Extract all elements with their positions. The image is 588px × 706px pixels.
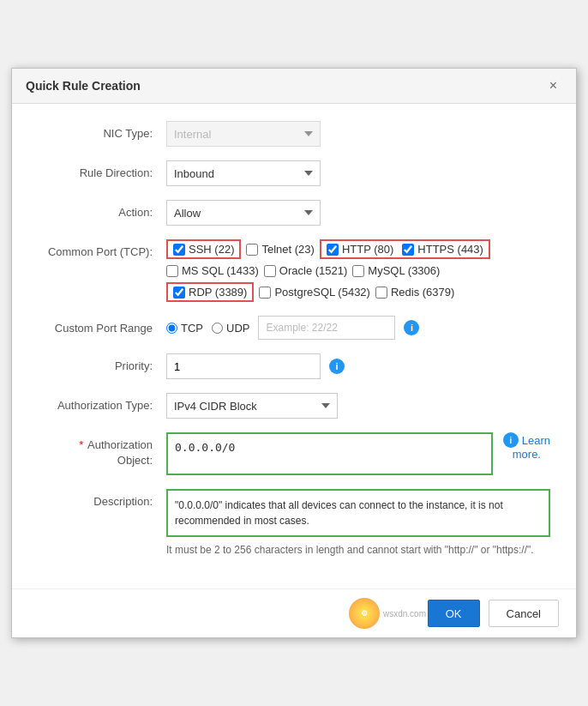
action-control: Allow Deny: [166, 200, 550, 226]
mysql-label: MySQL (3306): [368, 264, 440, 277]
description-box: "0.0.0.0/0" indicates that all devices c…: [166, 489, 550, 537]
watermark-logo-text: ⚙: [361, 609, 368, 618]
rdp-port-item: RDP (3389): [173, 286, 247, 299]
custom-port-row: Custom Port Range TCP UDP i: [38, 316, 550, 340]
ssh-checkbox[interactable]: [173, 244, 185, 256]
udp-radio[interactable]: [212, 323, 223, 334]
postgresql-port-item: PostgreSQL (5432): [259, 286, 370, 299]
https-label: HTTPS (443): [417, 243, 483, 256]
nic-type-control: Internal: [166, 121, 550, 147]
custom-port-label: Custom Port Range: [38, 316, 166, 336]
http-https-highlight: HTTP (80) HTTPS (443): [320, 239, 490, 259]
common-ports-row: Common Port (TCP): SSH (22) Telnet (23): [38, 239, 550, 302]
auth-object-control: 0.0.0.0/0 i Learn more.: [166, 432, 550, 475]
redis-checkbox[interactable]: [375, 287, 387, 299]
nic-type-select[interactable]: Internal: [166, 121, 321, 147]
description-helper: It must be 2 to 256 characters in length…: [166, 542, 550, 558]
udp-radio-item[interactable]: UDP: [212, 322, 249, 335]
postgresql-checkbox[interactable]: [259, 287, 271, 299]
priority-info-icon[interactable]: i: [329, 359, 345, 374]
mssql-label: MS SQL (1433): [182, 264, 259, 277]
priority-label: Priority:: [38, 353, 166, 374]
udp-label: UDP: [226, 322, 249, 335]
auth-object-label: * AuthorizationObject:: [38, 432, 166, 468]
tcp-radio[interactable]: [166, 323, 177, 334]
action-select[interactable]: Allow Deny: [166, 200, 321, 226]
description-row: Description: "0.0.0.0/0" indicates that …: [38, 489, 550, 558]
close-button[interactable]: ×: [544, 77, 562, 94]
telnet-checkbox[interactable]: [246, 244, 258, 256]
dialog-header: Quick Rule Creation ×: [12, 69, 576, 104]
rule-direction-select[interactable]: Inbound Outbound: [166, 160, 321, 186]
action-row: Action: Allow Deny: [38, 200, 550, 226]
postgresql-label: PostgreSQL (5432): [274, 286, 370, 299]
rdp-checkbox[interactable]: [173, 287, 185, 299]
mysql-port-item: MySQL (3306): [352, 264, 440, 277]
auth-object-input[interactable]: 0.0.0.0/0: [166, 432, 493, 475]
redis-label: Redis (6379): [391, 286, 454, 299]
auth-object-row: * AuthorizationObject: 0.0.0.0/0 i Learn…: [38, 432, 550, 475]
auth-type-label: Authorization Type:: [38, 393, 166, 413]
quick-rule-creation-dialog: Quick Rule Creation × NIC Type: Internal…: [11, 68, 577, 638]
auth-type-control: IPv4 CIDR Block IPv6 CIDR Block Security…: [166, 393, 550, 419]
learn-more-link[interactable]: i Learn more.: [503, 432, 550, 461]
learn-info: i Learn: [503, 432, 550, 448]
learn-text: Learn: [522, 434, 550, 447]
description-label: Description:: [38, 489, 166, 510]
telnet-label: Telnet (23): [261, 243, 314, 256]
rule-direction-label: Rule Direction:: [38, 160, 166, 181]
dialog-title: Quick Rule Creation: [26, 79, 141, 93]
port-row-2: MS SQL (1433) Oracle (1521) MySQL (3306): [166, 264, 550, 277]
nic-type-label: NIC Type:: [38, 121, 166, 142]
tcp-radio-item[interactable]: TCP: [166, 322, 203, 335]
rdp-label: RDP (3389): [189, 286, 247, 299]
rule-direction-control: Inbound Outbound: [166, 160, 550, 186]
rdp-highlight: RDP (3389): [166, 282, 254, 302]
mssql-checkbox[interactable]: [166, 265, 178, 277]
priority-row: Priority: i: [38, 353, 550, 379]
ok-button[interactable]: OK: [428, 600, 480, 627]
auth-type-row: Authorization Type: IPv4 CIDR Block IPv6…: [38, 393, 550, 419]
http-checkbox[interactable]: [327, 244, 339, 256]
dialog-body: NIC Type: Internal Rule Direction: Inbou…: [12, 104, 576, 588]
custom-port-control: TCP UDP i: [166, 316, 550, 340]
http-port-item: HTTP (80): [327, 243, 393, 256]
dialog-footer: ⚙ wsxdn.com OK Cancel: [12, 588, 576, 637]
mssql-port-item: MS SQL (1433): [166, 264, 259, 277]
ssh-port-item: SSH (22): [173, 243, 234, 256]
redis-port-item: Redis (6379): [375, 286, 454, 299]
watermark-text: wsxdn.com: [383, 609, 426, 619]
common-ports-control: SSH (22) Telnet (23) HTTP (80): [166, 239, 550, 302]
nic-type-row: NIC Type: Internal: [38, 121, 550, 147]
oracle-label: Oracle (1521): [279, 264, 347, 277]
port-row-1: SSH (22) Telnet (23) HTTP (80): [166, 239, 550, 259]
priority-control: i: [166, 353, 550, 379]
auth-object-label-text: AuthorizationObject:: [87, 438, 153, 467]
custom-port-info-icon[interactable]: i: [404, 320, 419, 335]
more-text: more.: [513, 448, 541, 461]
oracle-checkbox[interactable]: [264, 265, 276, 277]
cancel-button[interactable]: Cancel: [489, 600, 559, 627]
priority-input[interactable]: [166, 353, 321, 379]
watermark-logo: ⚙: [349, 598, 380, 629]
oracle-port-item: Oracle (1521): [264, 264, 347, 277]
ssh-label: SSH (22): [189, 243, 234, 256]
telnet-port-item: Telnet (23): [246, 243, 314, 256]
ssh-highlight: SSH (22): [166, 239, 241, 259]
action-label: Action:: [38, 200, 166, 220]
auth-type-select[interactable]: IPv4 CIDR Block IPv6 CIDR Block Security…: [166, 393, 338, 419]
required-marker: *: [79, 438, 83, 451]
http-label: HTTP (80): [342, 243, 393, 256]
https-port-item: HTTPS (443): [402, 243, 483, 256]
protocol-radio-group: TCP UDP: [166, 322, 249, 335]
https-checkbox[interactable]: [402, 244, 414, 256]
learn-info-icon: i: [503, 432, 519, 448]
port-row-3: RDP (3389) PostgreSQL (5432) Redis (6379…: [166, 282, 550, 302]
custom-port-input[interactable]: [258, 316, 395, 340]
common-ports-label: Common Port (TCP):: [38, 239, 166, 260]
mysql-checkbox[interactable]: [352, 265, 364, 277]
watermark-area: ⚙ wsxdn.com: [349, 598, 426, 629]
tcp-label: TCP: [181, 322, 203, 335]
rule-direction-row: Rule Direction: Inbound Outbound: [38, 160, 550, 186]
description-control: "0.0.0.0/0" indicates that all devices c…: [166, 489, 550, 558]
